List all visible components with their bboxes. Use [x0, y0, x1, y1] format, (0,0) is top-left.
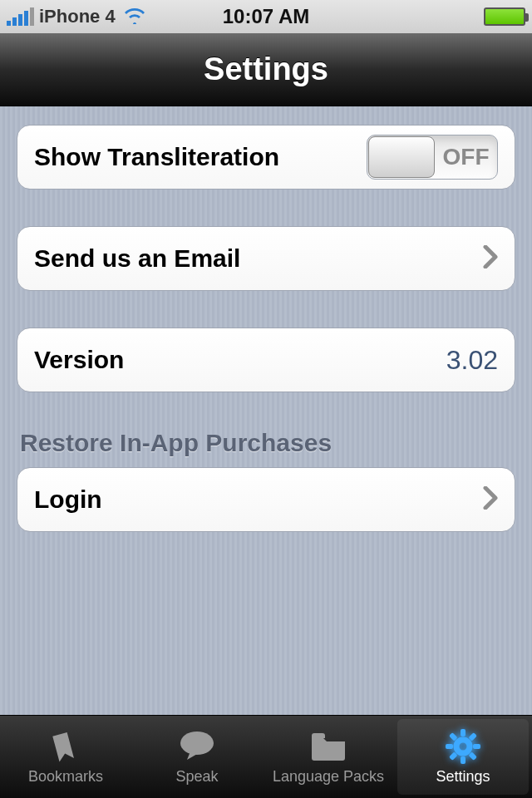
page-title: Settings [204, 52, 328, 87]
send-email-label: Send us an Email [34, 244, 483, 273]
toggle-state-label: OFF [435, 144, 497, 170]
svg-point-1 [456, 740, 470, 753]
chevron-right-icon [483, 241, 498, 276]
wifi-icon [124, 4, 145, 30]
folder-icon [308, 728, 348, 765]
tab-label: Bookmarks [28, 768, 103, 786]
toggle-knob [368, 136, 435, 178]
tab-label: Settings [436, 768, 490, 786]
version-label: Version [34, 346, 446, 374]
version-row: Version 3.02 [17, 328, 515, 392]
settings-content: Show Transliteration OFF Send us an Emai… [0, 106, 532, 532]
chevron-right-icon [483, 482, 498, 517]
signal-icon [7, 7, 34, 26]
battery-icon [484, 7, 525, 26]
tab-bookmarks[interactable]: Bookmarks [0, 716, 131, 798]
tab-speak[interactable]: Speak [131, 716, 263, 798]
svg-rect-2 [461, 729, 466, 736]
tab-language-packs[interactable]: Language Packs [263, 716, 394, 798]
login-row[interactable]: Login [17, 467, 515, 532]
svg-rect-5 [473, 744, 480, 749]
status-bar: iPhone 4 10:07 AM [0, 0, 532, 33]
svg-point-0 [180, 732, 214, 755]
svg-rect-3 [461, 756, 466, 764]
transliteration-toggle[interactable]: OFF [367, 135, 498, 180]
transliteration-label: Show Transliteration [34, 143, 367, 171]
bookmark-icon [46, 728, 86, 765]
svg-rect-4 [446, 744, 453, 749]
version-value: 3.02 [446, 345, 498, 376]
tab-settings[interactable]: Settings [397, 719, 529, 795]
carrier-label: iPhone 4 [39, 6, 116, 27]
restore-header: Restore In-App Purchases [20, 429, 512, 457]
send-email-row[interactable]: Send us an Email [17, 226, 515, 291]
login-label: Login [34, 485, 483, 514]
speech-bubble-icon [177, 728, 217, 765]
transliteration-row: Show Transliteration OFF [17, 125, 515, 190]
navigation-bar: Settings [0, 33, 532, 106]
gear-icon [443, 728, 483, 765]
clock: 10:07 AM [223, 5, 309, 28]
tab-bar: Bookmarks Speak Language Packs [0, 715, 532, 798]
tab-label: Speak [175, 768, 218, 786]
tab-label: Language Packs [273, 768, 384, 786]
